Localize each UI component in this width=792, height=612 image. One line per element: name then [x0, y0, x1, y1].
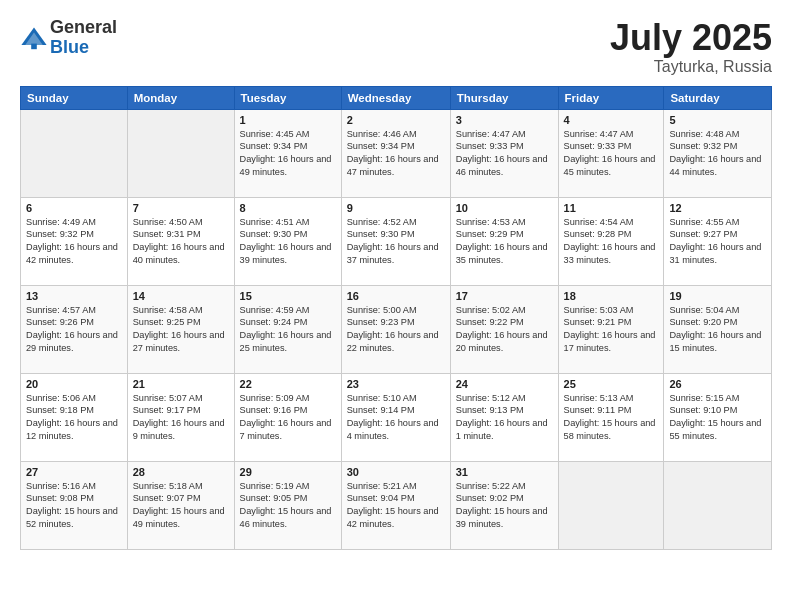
table-row: 31Sunrise: 5:22 AM Sunset: 9:02 PM Dayli… [450, 461, 558, 549]
table-row: 16Sunrise: 5:00 AM Sunset: 9:23 PM Dayli… [341, 285, 450, 373]
table-row: 20Sunrise: 5:06 AM Sunset: 9:18 PM Dayli… [21, 373, 128, 461]
day-number: 1 [240, 114, 336, 126]
day-info: Sunrise: 5:18 AM Sunset: 9:07 PM Dayligh… [133, 480, 229, 531]
day-info: Sunrise: 5:04 AM Sunset: 9:20 PM Dayligh… [669, 304, 766, 355]
day-number: 20 [26, 378, 122, 390]
day-info: Sunrise: 4:51 AM Sunset: 9:30 PM Dayligh… [240, 216, 336, 267]
col-wednesday: Wednesday [341, 86, 450, 109]
day-info: Sunrise: 5:03 AM Sunset: 9:21 PM Dayligh… [564, 304, 659, 355]
col-tuesday: Tuesday [234, 86, 341, 109]
calendar-week-row: 13Sunrise: 4:57 AM Sunset: 9:26 PM Dayli… [21, 285, 772, 373]
col-saturday: Saturday [664, 86, 772, 109]
logo: General Blue [20, 18, 117, 58]
table-row: 17Sunrise: 5:02 AM Sunset: 9:22 PM Dayli… [450, 285, 558, 373]
table-row: 12Sunrise: 4:55 AM Sunset: 9:27 PM Dayli… [664, 197, 772, 285]
day-info: Sunrise: 5:13 AM Sunset: 9:11 PM Dayligh… [564, 392, 659, 443]
day-info: Sunrise: 4:45 AM Sunset: 9:34 PM Dayligh… [240, 128, 336, 179]
calendar-location: Tayturka, Russia [610, 58, 772, 76]
day-number: 2 [347, 114, 445, 126]
day-number: 9 [347, 202, 445, 214]
table-row: 9Sunrise: 4:52 AM Sunset: 9:30 PM Daylig… [341, 197, 450, 285]
svg-rect-2 [31, 43, 37, 49]
day-number: 22 [240, 378, 336, 390]
day-number: 13 [26, 290, 122, 302]
calendar-table: Sunday Monday Tuesday Wednesday Thursday… [20, 86, 772, 550]
day-info: Sunrise: 4:50 AM Sunset: 9:31 PM Dayligh… [133, 216, 229, 267]
table-row: 15Sunrise: 4:59 AM Sunset: 9:24 PM Dayli… [234, 285, 341, 373]
day-number: 15 [240, 290, 336, 302]
day-number: 8 [240, 202, 336, 214]
table-row: 1Sunrise: 4:45 AM Sunset: 9:34 PM Daylig… [234, 109, 341, 197]
day-number: 25 [564, 378, 659, 390]
day-number: 5 [669, 114, 766, 126]
day-number: 27 [26, 466, 122, 478]
day-info: Sunrise: 4:55 AM Sunset: 9:27 PM Dayligh… [669, 216, 766, 267]
day-number: 16 [347, 290, 445, 302]
day-number: 6 [26, 202, 122, 214]
day-number: 3 [456, 114, 553, 126]
day-info: Sunrise: 4:47 AM Sunset: 9:33 PM Dayligh… [564, 128, 659, 179]
day-number: 24 [456, 378, 553, 390]
table-row: 29Sunrise: 5:19 AM Sunset: 9:05 PM Dayli… [234, 461, 341, 549]
table-row [664, 461, 772, 549]
day-info: Sunrise: 4:59 AM Sunset: 9:24 PM Dayligh… [240, 304, 336, 355]
day-info: Sunrise: 5:16 AM Sunset: 9:08 PM Dayligh… [26, 480, 122, 531]
day-info: Sunrise: 5:09 AM Sunset: 9:16 PM Dayligh… [240, 392, 336, 443]
calendar-week-row: 6Sunrise: 4:49 AM Sunset: 9:32 PM Daylig… [21, 197, 772, 285]
table-row: 11Sunrise: 4:54 AM Sunset: 9:28 PM Dayli… [558, 197, 664, 285]
day-number: 7 [133, 202, 229, 214]
calendar-week-row: 27Sunrise: 5:16 AM Sunset: 9:08 PM Dayli… [21, 461, 772, 549]
table-row [21, 109, 128, 197]
calendar-header-row: Sunday Monday Tuesday Wednesday Thursday… [21, 86, 772, 109]
day-info: Sunrise: 5:19 AM Sunset: 9:05 PM Dayligh… [240, 480, 336, 531]
day-info: Sunrise: 5:07 AM Sunset: 9:17 PM Dayligh… [133, 392, 229, 443]
day-number: 14 [133, 290, 229, 302]
day-info: Sunrise: 4:48 AM Sunset: 9:32 PM Dayligh… [669, 128, 766, 179]
day-info: Sunrise: 4:49 AM Sunset: 9:32 PM Dayligh… [26, 216, 122, 267]
day-info: Sunrise: 5:00 AM Sunset: 9:23 PM Dayligh… [347, 304, 445, 355]
day-info: Sunrise: 5:06 AM Sunset: 9:18 PM Dayligh… [26, 392, 122, 443]
table-row: 3Sunrise: 4:47 AM Sunset: 9:33 PM Daylig… [450, 109, 558, 197]
table-row [127, 109, 234, 197]
day-number: 21 [133, 378, 229, 390]
logo-general-text: General [50, 18, 117, 38]
day-number: 30 [347, 466, 445, 478]
day-number: 17 [456, 290, 553, 302]
day-number: 19 [669, 290, 766, 302]
day-info: Sunrise: 5:15 AM Sunset: 9:10 PM Dayligh… [669, 392, 766, 443]
calendar-week-row: 20Sunrise: 5:06 AM Sunset: 9:18 PM Dayli… [21, 373, 772, 461]
day-number: 4 [564, 114, 659, 126]
day-number: 29 [240, 466, 336, 478]
logo-text: General Blue [50, 18, 117, 58]
table-row: 6Sunrise: 4:49 AM Sunset: 9:32 PM Daylig… [21, 197, 128, 285]
table-row: 8Sunrise: 4:51 AM Sunset: 9:30 PM Daylig… [234, 197, 341, 285]
table-row: 7Sunrise: 4:50 AM Sunset: 9:31 PM Daylig… [127, 197, 234, 285]
table-row: 4Sunrise: 4:47 AM Sunset: 9:33 PM Daylig… [558, 109, 664, 197]
page: General Blue July 2025 Tayturka, Russia … [0, 0, 792, 612]
table-row: 25Sunrise: 5:13 AM Sunset: 9:11 PM Dayli… [558, 373, 664, 461]
table-row: 27Sunrise: 5:16 AM Sunset: 9:08 PM Dayli… [21, 461, 128, 549]
day-info: Sunrise: 4:47 AM Sunset: 9:33 PM Dayligh… [456, 128, 553, 179]
col-sunday: Sunday [21, 86, 128, 109]
title-block: July 2025 Tayturka, Russia [610, 18, 772, 76]
day-info: Sunrise: 4:54 AM Sunset: 9:28 PM Dayligh… [564, 216, 659, 267]
table-row: 19Sunrise: 5:04 AM Sunset: 9:20 PM Dayli… [664, 285, 772, 373]
table-row: 10Sunrise: 4:53 AM Sunset: 9:29 PM Dayli… [450, 197, 558, 285]
logo-icon [20, 24, 48, 52]
table-row: 13Sunrise: 4:57 AM Sunset: 9:26 PM Dayli… [21, 285, 128, 373]
day-info: Sunrise: 5:22 AM Sunset: 9:02 PM Dayligh… [456, 480, 553, 531]
logo-blue-text: Blue [50, 38, 117, 58]
table-row: 18Sunrise: 5:03 AM Sunset: 9:21 PM Dayli… [558, 285, 664, 373]
day-number: 28 [133, 466, 229, 478]
day-info: Sunrise: 5:10 AM Sunset: 9:14 PM Dayligh… [347, 392, 445, 443]
day-info: Sunrise: 5:21 AM Sunset: 9:04 PM Dayligh… [347, 480, 445, 531]
table-row: 22Sunrise: 5:09 AM Sunset: 9:16 PM Dayli… [234, 373, 341, 461]
day-info: Sunrise: 4:46 AM Sunset: 9:34 PM Dayligh… [347, 128, 445, 179]
day-number: 18 [564, 290, 659, 302]
table-row: 14Sunrise: 4:58 AM Sunset: 9:25 PM Dayli… [127, 285, 234, 373]
day-number: 12 [669, 202, 766, 214]
day-info: Sunrise: 4:58 AM Sunset: 9:25 PM Dayligh… [133, 304, 229, 355]
table-row [558, 461, 664, 549]
table-row: 5Sunrise: 4:48 AM Sunset: 9:32 PM Daylig… [664, 109, 772, 197]
day-info: Sunrise: 5:02 AM Sunset: 9:22 PM Dayligh… [456, 304, 553, 355]
